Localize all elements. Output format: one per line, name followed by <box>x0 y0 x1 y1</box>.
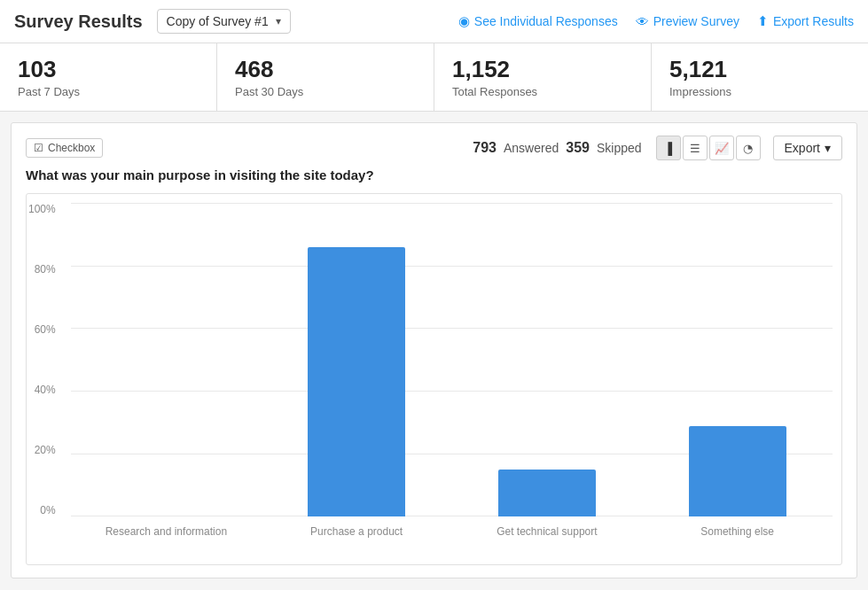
bars-area <box>71 203 833 516</box>
stat-total-responses-value: 1,152 <box>452 56 633 83</box>
y-label-100: 100% <box>28 203 56 215</box>
question-header: ☑ Checkbox 793 Answered 359 Skipped ▐ ☰ … <box>26 136 842 160</box>
answered-label: Answered <box>504 141 559 155</box>
chart-inner: 100% 80% 60% 40% 20% 0% <box>71 203 833 538</box>
survey-selector[interactable]: Copy of Survey #1 ▾ <box>157 9 291 34</box>
pie-chart-icon-btn[interactable]: ◔ <box>736 136 761 160</box>
bar-group-support <box>452 203 643 516</box>
x-label-purchase: Purchase a product <box>262 522 452 538</box>
bar-chart-icon: ▐ <box>664 142 672 155</box>
preview-survey-link[interactable]: 👁 Preview Survey <box>636 14 739 29</box>
stat-impressions-label: Impressions <box>669 85 850 98</box>
x-label-research: Research and information <box>71 522 262 538</box>
header-actions: ◉ See Individual Responses 👁 Preview Sur… <box>458 13 854 29</box>
stat-30days: 468 Past 30 Days <box>217 43 434 111</box>
survey-selector-label: Copy of Survey #1 <box>167 14 269 28</box>
stats-row: 103 Past 7 Days 468 Past 30 Days 1,152 T… <box>0 43 868 112</box>
bar-group-purchase <box>262 203 452 516</box>
preview-survey-label: Preview Survey <box>653 14 739 28</box>
line-chart-icon: 📈 <box>715 142 729 155</box>
see-individual-responses-link[interactable]: ◉ See Individual Responses <box>458 13 618 29</box>
bar-support <box>498 470 596 516</box>
bar-other <box>689 426 786 517</box>
question-type-label: Checkbox <box>48 142 95 154</box>
question-text: What was your main purpose in visiting t… <box>26 167 842 182</box>
export-results-label: Export Results <box>773 14 854 28</box>
export-chevron-icon: ▾ <box>825 141 831 155</box>
y-label-60: 60% <box>35 323 56 336</box>
stat-impressions: 5,121 Impressions <box>652 43 868 111</box>
stat-total-responses: 1,152 Total Responses <box>434 43 652 111</box>
pie-chart-icon: ◔ <box>743 142 753 155</box>
export-results-link[interactable]: ⬆ Export Results <box>757 13 854 29</box>
checkbox-icon: ☑ <box>34 142 43 154</box>
stat-7days-value: 103 <box>18 56 199 83</box>
answered-count: 793 <box>473 140 497 156</box>
stat-impressions-value: 5,121 <box>669 56 850 83</box>
answered-info: 793 Answered 359 Skipped ▐ ☰ 📈 ◔ Export <box>473 136 842 160</box>
bar-chart-icon-btn[interactable]: ▐ <box>656 136 681 160</box>
stat-30days-label: Past 30 Days <box>235 85 416 98</box>
chevron-down-icon: ▾ <box>276 15 281 27</box>
chart-view-icons: ▐ ☰ 📈 ◔ <box>656 136 761 160</box>
stat-7days-label: Past 7 Days <box>18 85 199 98</box>
line-chart-icon-btn[interactable]: 📈 <box>709 136 734 160</box>
page-title: Survey Results <box>14 12 143 32</box>
eye-icon: 👁 <box>636 14 649 29</box>
x-label-other: Something else <box>642 522 833 538</box>
question-section: ☑ Checkbox 793 Answered 359 Skipped ▐ ☰ … <box>11 122 857 578</box>
export-button[interactable]: Export ▾ <box>773 136 842 160</box>
stat-30days-value: 468 <box>235 56 416 83</box>
skipped-label: Skipped <box>597 141 642 155</box>
export-icon: ⬆ <box>757 13 769 29</box>
list-icon: ☰ <box>690 142 700 155</box>
stat-total-responses-label: Total Responses <box>452 85 633 98</box>
bar-purchase <box>308 247 405 516</box>
list-view-icon-btn[interactable]: ☰ <box>683 136 708 160</box>
export-button-label: Export <box>785 141 820 155</box>
question-type-badge: ☑ Checkbox <box>26 138 103 158</box>
y-label-40: 40% <box>35 384 56 396</box>
stat-7days: 103 Past 7 Days <box>0 43 217 111</box>
y-label-80: 80% <box>35 263 56 276</box>
chart-container: 100% 80% 60% 40% 20% 0% <box>26 193 842 565</box>
y-label-0: 0% <box>40 504 55 516</box>
responses-icon: ◉ <box>458 13 470 29</box>
y-label-20: 20% <box>35 444 56 456</box>
y-axis: 100% 80% 60% 40% 20% 0% <box>28 203 56 516</box>
x-label-support: Get technical support <box>452 522 643 538</box>
see-responses-label: See Individual Responses <box>474 14 618 28</box>
header: Survey Results Copy of Survey #1 ▾ ◉ See… <box>0 0 868 43</box>
x-labels: Research and information Purchase a prod… <box>71 522 833 538</box>
bar-group-research <box>71 203 262 516</box>
bar-group-other <box>642 203 833 516</box>
skipped-count: 359 <box>566 140 590 156</box>
